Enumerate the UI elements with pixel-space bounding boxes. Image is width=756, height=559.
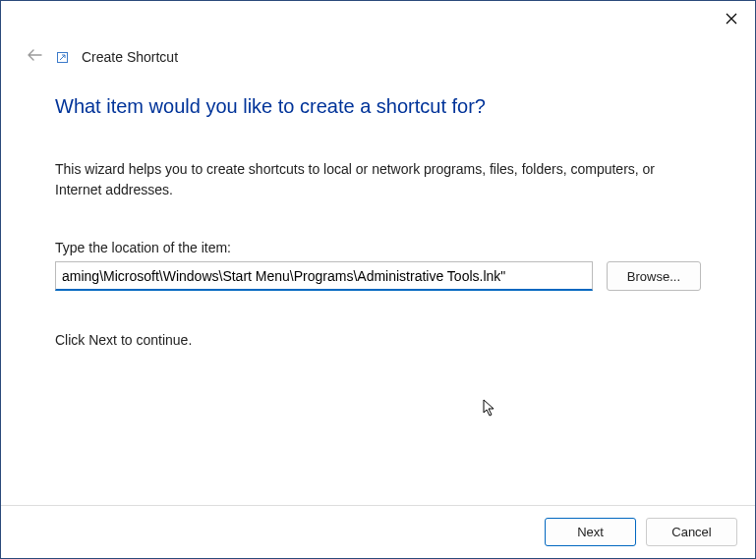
cursor-icon — [483, 399, 498, 419]
location-row: Browse... — [55, 261, 701, 291]
back-arrow-icon[interactable] — [25, 48, 44, 66]
wizard-footer: Next Cancel — [1, 505, 755, 558]
page-heading: What item would you like to create a sho… — [55, 95, 701, 118]
close-icon — [726, 13, 737, 25]
cancel-button[interactable]: Cancel — [646, 518, 737, 546]
browse-button[interactable]: Browse... — [607, 261, 701, 291]
location-label: Type the location of the item: — [55, 240, 701, 255]
continue-text: Click Next to continue. — [55, 332, 701, 348]
shortcut-icon — [56, 51, 68, 63]
next-button[interactable]: Next — [545, 518, 636, 546]
close-button[interactable] — [722, 9, 741, 28]
location-input[interactable] — [55, 261, 593, 291]
wizard-title: Create Shortcut — [82, 49, 178, 65]
wizard-header: Create Shortcut — [1, 38, 755, 66]
wizard-content: What item would you like to create a sho… — [1, 66, 755, 348]
titlebar — [1, 1, 755, 38]
wizard-description: This wizard helps you to create shortcut… — [55, 159, 701, 200]
